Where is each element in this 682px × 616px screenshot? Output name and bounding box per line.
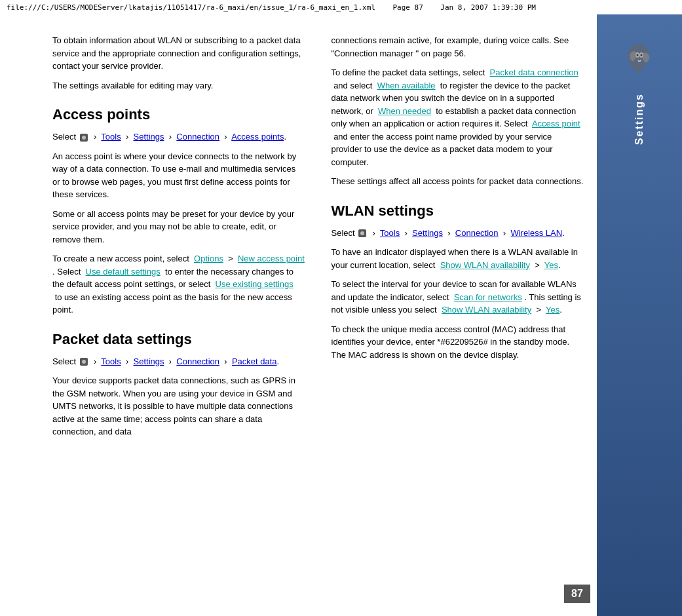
nav1-arrow1: ›	[94, 132, 96, 142]
access-p3: To create a new access point, select Opt…	[52, 252, 305, 317]
nav1-tools[interactable]: Tools	[101, 132, 121, 142]
nav1-arrow3: ›	[169, 132, 172, 142]
packet-nav-path: Select › Tools › Settings › Connection ›…	[52, 355, 305, 368]
right-p2: To define the packet data settings, sele…	[332, 66, 584, 168]
page-number: 87	[571, 588, 583, 600]
wlan-p3: To check the unique media access control…	[332, 323, 584, 362]
nav2-tools[interactable]: Tools	[101, 356, 121, 366]
svg-point-8	[637, 54, 639, 56]
access-options-link[interactable]: Options	[194, 254, 223, 263]
nav3-arrow3: ›	[447, 228, 450, 238]
when-needed-link[interactable]: When needed	[378, 106, 431, 116]
filepath: file:///C:/USERS/MODEServer/lkatajis/110…	[7, 3, 375, 12]
access-p1: An access point is where your device con…	[52, 150, 305, 201]
nav1-arrow2: ›	[126, 132, 128, 142]
show-wlan-link1[interactable]: Show WLAN availability	[440, 260, 530, 270]
tools-nav-icon-3	[358, 229, 367, 238]
right-column: connections remain active, for example, …	[318, 28, 597, 603]
nav3-tools[interactable]: Tools	[380, 228, 400, 238]
svg-point-3	[82, 360, 86, 364]
tools-nav-icon-1	[79, 133, 88, 142]
access-nav-path: Select › Tools › Settings › Connection ›…	[52, 130, 305, 144]
nav3-arrow1: ›	[373, 228, 375, 238]
scan-networks-link[interactable]: Scan for networks	[454, 292, 522, 302]
access-chevron1: >	[228, 254, 233, 263]
wlan-settings-heading: WLAN settings	[332, 200, 584, 221]
nav1-settings[interactable]: Settings	[134, 132, 164, 142]
nav3-wireless[interactable]: Wireless LAN	[510, 228, 562, 238]
nav3-arrow4: ›	[503, 228, 506, 238]
right-sidebar: Settings	[597, 14, 682, 616]
nav1-connection[interactable]: Connection	[176, 132, 219, 142]
wlan-chevron2: >	[536, 305, 541, 315]
left-column: To obtain information about WLAN or subs…	[0, 28, 318, 603]
sidebar-title: Settings	[634, 93, 645, 145]
nav2-arrow2: ›	[126, 356, 128, 366]
wlan-chevron1: >	[535, 260, 540, 270]
nav2-arrow1: ›	[94, 356, 96, 366]
use-default-link[interactable]: Use default settings	[86, 267, 161, 277]
page-label: Page 87	[392, 3, 423, 12]
nav1-access[interactable]: Access points	[231, 132, 284, 142]
packet-data-heading: Packet data settings	[52, 328, 305, 350]
wlan-p1: To have an indicator displayed when ther…	[332, 246, 584, 271]
right-p1: connections remain active, for example, …	[332, 34, 584, 60]
main-content: To obtain information about WLAN or subs…	[0, 14, 597, 616]
intro-p2: The settings available for editing may v…	[52, 79, 305, 92]
wlan-nav-path: Select › Tools › Settings › Connection ›…	[332, 227, 584, 240]
page-number-box: 87	[564, 585, 590, 603]
nav2-settings[interactable]: Settings	[134, 356, 164, 366]
svg-point-9	[641, 54, 643, 56]
svg-point-1	[82, 136, 86, 140]
nav3-arrow2: ›	[404, 228, 407, 238]
nav2-arrow3: ›	[169, 356, 172, 366]
top-bar: file:///C:/USERS/MODEServer/lkatajis/110…	[0, 0, 682, 14]
settings-bird-icon	[620, 41, 659, 80]
access-point-link[interactable]: Access point	[532, 119, 580, 128]
nav2-arrow4: ›	[224, 356, 227, 366]
right-p3: These settings affect all access points …	[332, 175, 584, 188]
packet-data-connection-link[interactable]: Packet data connection	[490, 67, 578, 77]
intro-p1: To obtain information about WLAN or subs…	[52, 34, 305, 73]
tools-nav-icon-2	[79, 357, 88, 366]
access-new-link[interactable]: New access point	[238, 254, 305, 263]
date-label: Jan 8, 2007 1:39:30 PM	[440, 3, 536, 12]
access-p2: Some or all access points may be preset …	[52, 208, 305, 246]
nav1-arrow4: ›	[224, 132, 227, 142]
access-points-heading: Access points	[52, 104, 305, 125]
nav3-settings[interactable]: Settings	[412, 228, 443, 238]
use-existing-link[interactable]: Use existing settings	[216, 279, 294, 289]
show-wlan-link2[interactable]: Show WLAN availability	[442, 305, 531, 315]
nav2-connection[interactable]: Connection	[176, 356, 219, 366]
show-wlan-yes-link2[interactable]: Yes	[546, 305, 559, 315]
svg-point-5	[360, 231, 364, 235]
nav3-connection[interactable]: Connection	[455, 228, 499, 238]
show-wlan-yes-link1[interactable]: Yes	[544, 260, 558, 270]
packet-p1: Your device supports packet data connect…	[52, 374, 305, 438]
when-available-link[interactable]: When available	[377, 81, 436, 90]
nav2-packet[interactable]: Packet data	[232, 356, 277, 366]
wlan-p2: To select the interval for your device t…	[332, 278, 584, 317]
